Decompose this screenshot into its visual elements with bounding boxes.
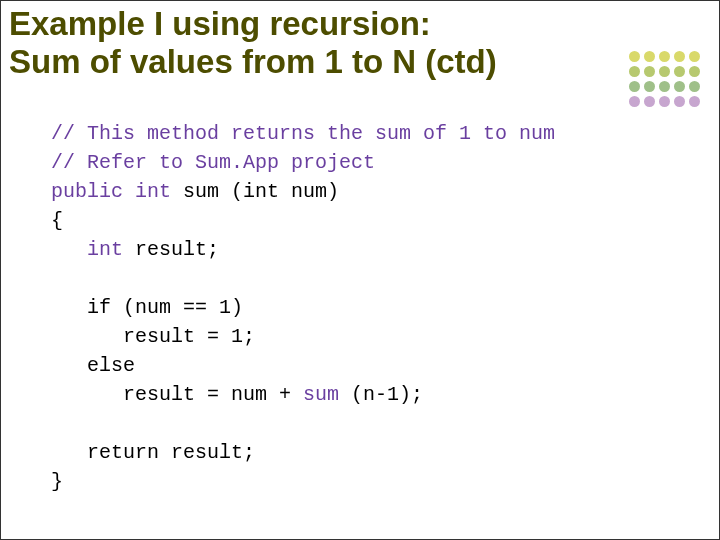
code-comment-1: // This method returns the sum of 1 to n… — [51, 122, 555, 145]
dot-icon — [644, 96, 655, 107]
dot-icon — [659, 81, 670, 92]
rec-prefix: result = num + — [123, 383, 303, 406]
dot-icon — [689, 51, 700, 62]
dot-icon — [629, 96, 640, 107]
dot-icon — [674, 51, 685, 62]
brace-close: } — [51, 470, 63, 493]
kw-int: int — [135, 180, 171, 203]
fn-sig: (int num) — [219, 180, 339, 203]
dot-icon — [659, 51, 670, 62]
then-line: result = 1; — [123, 325, 255, 348]
dot-icon — [674, 81, 685, 92]
dot-icon — [629, 51, 640, 62]
dot-icon — [689, 66, 700, 77]
dot-icon — [629, 81, 640, 92]
return-line: return result; — [87, 441, 255, 464]
code-block: // This method returns the sum of 1 to n… — [51, 119, 555, 496]
if-line: if (num == 1) — [87, 296, 243, 319]
dot-icon — [659, 66, 670, 77]
decorative-dot-grid — [629, 51, 701, 108]
title-line-1: Example I using recursion: — [9, 5, 431, 42]
else-line: else — [87, 354, 135, 377]
rec-call: sum — [303, 383, 339, 406]
dot-icon — [629, 66, 640, 77]
dot-icon — [644, 81, 655, 92]
rec-suffix: (n-1); — [339, 383, 423, 406]
brace-open: { — [51, 209, 63, 232]
fn-name: sum — [183, 180, 219, 203]
dot-icon — [674, 66, 685, 77]
slide-title: Example I using recursion: Sum of values… — [9, 5, 569, 81]
kw-public: public — [51, 180, 123, 203]
code-comment-2: // Refer to Sum.App project — [51, 151, 375, 174]
dot-icon — [644, 66, 655, 77]
dot-icon — [689, 96, 700, 107]
kw-int-decl: int — [87, 238, 123, 261]
dot-icon — [689, 81, 700, 92]
slide-container: Example I using recursion: Sum of values… — [0, 0, 720, 540]
dot-icon — [674, 96, 685, 107]
dot-icon — [644, 51, 655, 62]
dot-icon — [659, 96, 670, 107]
decl-rest: result; — [123, 238, 219, 261]
title-line-2: Sum of values from 1 to N (ctd) — [9, 43, 497, 80]
